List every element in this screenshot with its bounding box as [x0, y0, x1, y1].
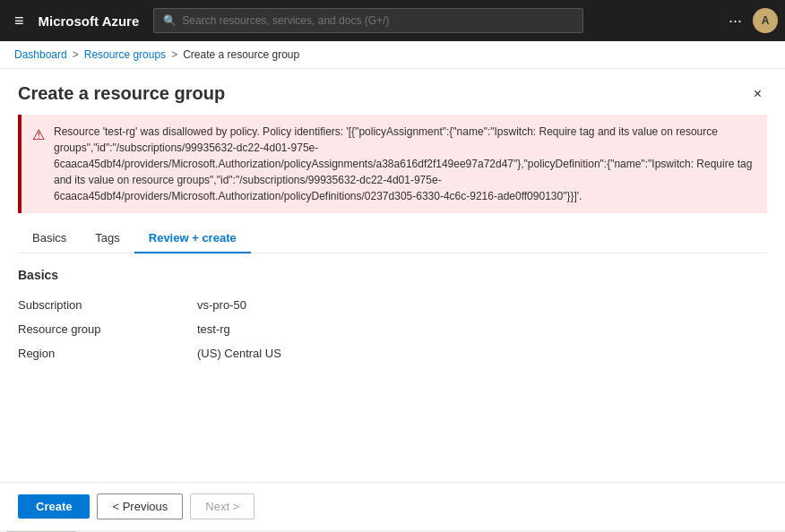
avatar[interactable]: A [753, 8, 778, 33]
field-value-subscription: vs-pro-50 [197, 298, 246, 312]
breadcrumb: Dashboard > Resource groups > Create a r… [0, 41, 785, 69]
footer: Create < Previous Next > [0, 482, 785, 530]
more-options-icon[interactable]: ··· [729, 12, 742, 30]
main-content: Create a resource group × ⚠ Resource 'te… [0, 69, 785, 530]
field-value-region: (US) Central US [197, 347, 281, 360]
next-button: Next > [190, 493, 254, 519]
breadcrumb-resource-groups[interactable]: Resource groups [84, 48, 166, 61]
nav-bar: ≡ Microsoft Azure 🔍 ··· A [0, 0, 785, 41]
error-icon: ⚠ [32, 124, 45, 204]
section-title: Basics [18, 268, 767, 282]
hamburger-button[interactable]: ≡ [7, 4, 31, 38]
tabs: Basics Tags Review + create [18, 224, 767, 253]
field-label-region: Region [18, 347, 197, 360]
page-title: Create a resource group [18, 83, 225, 104]
nav-right: ··· A [729, 8, 778, 33]
breadcrumb-sep-2: > [171, 48, 177, 61]
tab-basics[interactable]: Basics [18, 224, 81, 253]
create-button[interactable]: Create [18, 494, 90, 519]
field-value-resource-group: test-rg [197, 322, 230, 336]
close-button[interactable]: × [748, 84, 767, 104]
field-row-subscription: Subscription vs-pro-50 [18, 293, 767, 317]
app-logo: Microsoft Azure [39, 13, 140, 29]
error-message: Resource 'test-rg' was disallowed by pol… [54, 124, 756, 204]
form-content: Basics Subscription vs-pro-50 Resource g… [0, 253, 785, 482]
page-header: Create a resource group × [0, 69, 785, 115]
tab-review-create[interactable]: Review + create [134, 224, 251, 253]
previous-button[interactable]: < Previous [97, 493, 183, 519]
breadcrumb-dashboard[interactable]: Dashboard [14, 48, 67, 61]
error-banner: ⚠ Resource 'test-rg' was disallowed by p… [18, 115, 767, 213]
field-row-resource-group: Resource group test-rg [18, 317, 767, 341]
field-label-resource-group: Resource group [18, 322, 197, 336]
field-label-subscription: Subscription [18, 298, 197, 312]
tab-tags[interactable]: Tags [81, 224, 134, 253]
breadcrumb-sep-1: > [73, 48, 79, 61]
search-input[interactable] [182, 14, 574, 27]
field-row-region: Region (US) Central US [18, 341, 767, 365]
search-icon: 🔍 [163, 14, 177, 27]
search-box[interactable]: 🔍 [153, 8, 583, 33]
breadcrumb-current: Create a resource group [183, 48, 299, 61]
